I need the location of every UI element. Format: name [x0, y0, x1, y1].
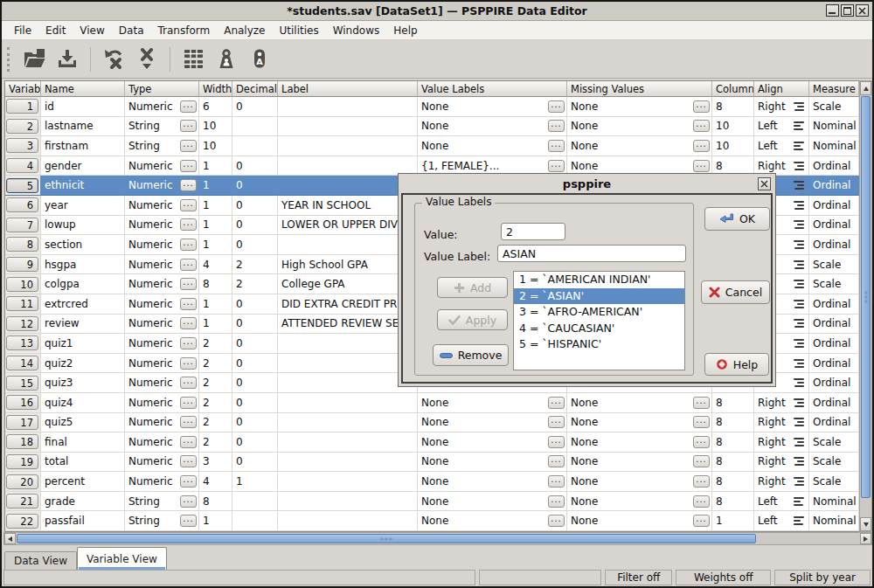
cell-name[interactable]: lowup	[41, 216, 125, 236]
column-header-columns[interactable]: Columns	[712, 81, 754, 97]
menu-data[interactable]: Data	[112, 23, 151, 38]
cell-measure[interactable]: Ordinal	[809, 196, 859, 216]
cell-decimals[interactable]: 0	[232, 432, 278, 453]
menu-utilities[interactable]: Utilities	[272, 23, 325, 38]
row-header-button[interactable]: 10	[6, 277, 38, 292]
type-ellipsis-button[interactable]: ...	[180, 436, 197, 448]
cell-decimals[interactable]: 0	[232, 176, 278, 196]
cell-label[interactable]	[278, 432, 418, 453]
cell-decimals[interactable]: 0	[232, 235, 278, 255]
cell-width[interactable]: 2	[199, 413, 232, 433]
cell-missing-values[interactable]: None...	[567, 511, 712, 531]
cell-decimals[interactable]: 0	[232, 97, 278, 117]
cell-missing-values[interactable]: None...	[567, 453, 712, 473]
value-label-list-item[interactable]: 1 = `AMERICAN INDIAN'	[514, 272, 684, 288]
status-weights[interactable]: Weights off	[676, 570, 771, 585]
cell-measure[interactable]: Ordinal	[809, 176, 859, 196]
cell-align[interactable]: Right	[754, 472, 809, 492]
type-ellipsis-button[interactable]: ...	[180, 140, 197, 152]
value-labels-ellipsis-button[interactable]: ...	[548, 140, 565, 152]
maximize-button[interactable]	[841, 4, 854, 17]
cell-type[interactable]: Numeric...	[125, 432, 199, 453]
ok-button[interactable]: OK	[704, 207, 770, 231]
horizontal-scrollbar[interactable]	[3, 532, 872, 545]
column-header-type[interactable]: Type	[125, 81, 199, 97]
cell-columns[interactable]: 8	[712, 393, 754, 413]
cell-value-labels[interactable]: None...	[418, 492, 567, 512]
cell-width[interactable]: 3	[199, 453, 232, 473]
cell-label[interactable]	[278, 373, 418, 393]
cell-width[interactable]: 2	[199, 393, 232, 413]
column-header-decimals[interactable]: Decimals	[232, 81, 278, 97]
cell-type[interactable]: Numeric...	[125, 315, 199, 335]
column-header-measure[interactable]: Measure	[809, 81, 859, 97]
cell-name[interactable]: year	[41, 196, 125, 216]
status-filter[interactable]: Filter off	[605, 570, 672, 585]
cell-label[interactable]	[278, 156, 418, 176]
split-file-button[interactable]	[177, 44, 210, 75]
cell-type[interactable]: Numeric...	[125, 196, 199, 216]
cell-measure[interactable]: Nominal	[809, 511, 859, 531]
row-header-button[interactable]: 1	[6, 99, 38, 114]
menu-windows[interactable]: Windows	[326, 23, 387, 38]
cell-value-labels[interactable]: None...	[418, 117, 567, 137]
tab-variable-view[interactable]: Variable View	[77, 547, 167, 570]
cell-decimals[interactable]: 0	[232, 156, 278, 176]
cell-name[interactable]: quiz5	[41, 413, 125, 433]
cell-type[interactable]: Numeric...	[125, 97, 199, 117]
cell-align[interactable]: Right	[754, 413, 809, 433]
cell-align[interactable]: Right	[754, 432, 809, 453]
cell-name[interactable]: hsgpa	[41, 255, 125, 275]
cell-name[interactable]: firstnam	[41, 136, 125, 156]
cell-missing-values[interactable]: None...	[567, 117, 712, 137]
cell-missing-values[interactable]: None...	[567, 393, 712, 413]
apply-button[interactable]: Apply	[437, 309, 508, 330]
missing-values-ellipsis-button[interactable]: ...	[693, 120, 710, 132]
cell-label[interactable]: High School GPA	[278, 255, 418, 275]
cell-width[interactable]: 8	[199, 274, 232, 294]
scroll-down-button[interactable]	[860, 517, 871, 531]
type-ellipsis-button[interactable]: ...	[180, 495, 197, 508]
cell-label[interactable]: ATTENDED REVIEW SES	[278, 315, 418, 335]
value-label-list-item[interactable]: 5 = `HISPANIC'	[514, 336, 684, 353]
cell-value-labels[interactable]: None...	[418, 393, 567, 413]
type-ellipsis-button[interactable]: ...	[180, 397, 197, 409]
cell-width[interactable]: 2	[199, 373, 232, 393]
goto-case-button[interactable]	[97, 44, 130, 75]
type-ellipsis-button[interactable]: ...	[180, 179, 197, 191]
row-header-button[interactable]: 17	[6, 415, 38, 430]
cell-name[interactable]: extrcred	[41, 294, 125, 315]
value-label-input[interactable]	[497, 245, 686, 262]
cell-label[interactable]	[278, 354, 418, 374]
cell-measure[interactable]: Nominal	[809, 492, 859, 512]
cell-name[interactable]: final	[41, 432, 125, 453]
cell-name[interactable]: quiz4	[41, 393, 125, 413]
cell-align[interactable]: Left	[754, 492, 809, 512]
value-labels-ellipsis-button[interactable]: ...	[548, 436, 565, 448]
cell-label[interactable]	[278, 453, 418, 473]
cell-decimals[interactable]: 0	[232, 216, 278, 236]
row-header-button[interactable]: 22	[6, 514, 38, 529]
cell-name[interactable]: lastname	[41, 117, 125, 137]
value-labels-button[interactable]: A	[243, 44, 276, 75]
cell-width[interactable]: 10	[199, 117, 232, 137]
cell-type[interactable]: Numeric...	[125, 235, 199, 255]
cell-measure[interactable]: Ordinal	[809, 315, 859, 335]
row-header-button[interactable]: 20	[6, 474, 38, 489]
missing-values-ellipsis-button[interactable]: ...	[693, 397, 710, 409]
type-ellipsis-button[interactable]: ...	[180, 100, 197, 113]
value-labels-ellipsis-button[interactable]: ...	[548, 397, 565, 409]
cell-value-labels[interactable]: None...	[418, 453, 567, 473]
cell-align[interactable]: Left	[754, 136, 809, 156]
cell-decimals[interactable]	[232, 136, 278, 156]
cell-type[interactable]: Numeric...	[125, 294, 199, 315]
row-header-button[interactable]: 15	[6, 376, 38, 391]
dialog-title-bar[interactable]: psppire	[399, 174, 775, 193]
type-ellipsis-button[interactable]: ...	[180, 416, 197, 428]
cell-label[interactable]	[278, 117, 418, 137]
cell-type[interactable]: Numeric...	[125, 413, 199, 433]
cell-type[interactable]: Numeric...	[125, 156, 199, 176]
cell-width[interactable]: 2	[199, 432, 232, 453]
row-header-button[interactable]: 3	[6, 138, 38, 153]
cell-width[interactable]: 1	[199, 216, 232, 236]
